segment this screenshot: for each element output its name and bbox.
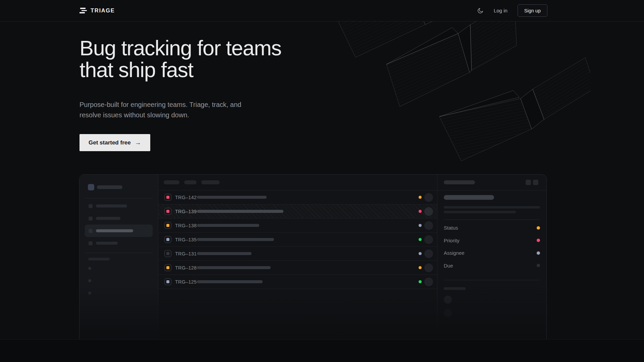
detail-breadcrumb-skeleton (444, 180, 475, 184)
issue-assignee-avatar (424, 193, 433, 202)
issue-checkbox-fill (166, 252, 169, 255)
hero-subtitle: Purpose-built for engineering teams. Tri… (79, 100, 644, 120)
detail-field-row: Due (444, 259, 540, 272)
issue-title-skeleton (197, 280, 263, 283)
sidebar-item-skeleton (96, 229, 133, 232)
issue-status-dot (419, 252, 422, 255)
issue-status-dot (419, 280, 422, 283)
issue-status-dot (419, 196, 422, 199)
detail-action-button-skeleton (533, 180, 538, 185)
theme-toggle-button[interactable] (477, 7, 484, 14)
get-started-button[interactable]: Get started free → (79, 134, 150, 151)
sidebar-item-skeleton (96, 204, 127, 207)
detail-field-row: Status (444, 222, 540, 234)
field-label: Status (444, 225, 458, 231)
issue-checkbox (164, 194, 171, 201)
detail-description-skeleton (444, 206, 540, 208)
filter-pill-skeleton (184, 180, 197, 184)
issue-title-skeleton (197, 196, 267, 199)
issue-row: TRG–131 (158, 247, 437, 261)
issue-title-skeleton (197, 266, 271, 269)
activity-label-skeleton (444, 287, 466, 290)
issue-checkbox-fill (166, 210, 169, 213)
issue-row: TRG–128 (158, 261, 437, 275)
issue-checkbox (164, 264, 171, 271)
brand[interactable]: TRIAGE (79, 7, 115, 14)
issue-checkbox (164, 208, 171, 215)
hero-title: Bug tracking for teamsthat ship fast (79, 37, 644, 81)
sidebar-item (85, 200, 153, 212)
detail-fields: Status Priority Assignee Due (444, 220, 540, 274)
issue-assignee-avatar (424, 221, 433, 230)
field-label: Assignee (444, 250, 465, 256)
brand-name: TRIAGE (91, 7, 115, 14)
issue-assignee-avatar (424, 235, 433, 244)
issue-row: TRG–139 (158, 204, 437, 219)
field-value-dot (537, 264, 540, 267)
login-link[interactable]: Log in (494, 8, 507, 13)
issue-checkbox (164, 250, 171, 257)
issue-checkbox (164, 236, 171, 243)
workspace-name-skeleton (97, 185, 122, 189)
issue-id: TRG–125 (175, 279, 197, 285)
detail-title-skeleton (444, 195, 494, 200)
issue-id: TRG–142 (175, 195, 197, 200)
list-toolbar (158, 175, 437, 190)
app-mockup: TRG–142 TRG–139 TRG–138 TRG–135 TRG–131 (79, 174, 547, 339)
signup-button[interactable]: Sign up (518, 4, 547, 17)
issue-title-skeleton (197, 224, 259, 227)
hero-section: Bug tracking for teamsthat ship fast Pur… (0, 21, 644, 339)
field-value-dot (537, 251, 540, 255)
filter-pill-skeleton (201, 180, 220, 184)
sidebar-item-icon (89, 204, 93, 208)
get-started-label: Get started free (89, 139, 131, 146)
field-value-dot (537, 226, 540, 230)
issue-title-skeleton (197, 252, 252, 255)
issue-status-dot (419, 238, 422, 241)
top-nav: TRIAGE Log in Sign up (0, 0, 644, 21)
nav-actions: Log in Sign up (477, 4, 547, 17)
issue-status-dot (419, 224, 422, 227)
issue-id: TRG–131 (175, 251, 197, 256)
sidebar-section-label-skeleton (88, 258, 110, 260)
sidebar-dot (88, 267, 91, 270)
issue-status-dot (419, 266, 422, 269)
sidebar-item-icon (89, 217, 93, 221)
comment-avatar (444, 309, 452, 317)
sidebar-item (85, 237, 153, 249)
sidebar-item-active (85, 225, 153, 237)
issue-rows: TRG–142 TRG–139 TRG–138 TRG–135 TRG–131 (158, 190, 437, 289)
sidebar-item-icon (89, 241, 93, 245)
sidebar-item-skeleton (96, 242, 118, 245)
issue-assignee-avatar (424, 207, 433, 216)
workspace-switcher (79, 175, 158, 190)
issue-checkbox (164, 222, 171, 229)
sidebar-dot (88, 292, 91, 295)
issue-assignee-avatar (424, 278, 433, 286)
issue-checkbox-fill (166, 266, 169, 269)
issue-checkbox-fill (166, 196, 169, 199)
sidebar-nav (79, 198, 158, 249)
field-label: Priority (444, 238, 460, 243)
detail-body: Status Priority Assignee Due (437, 195, 547, 317)
page: TRIAGE Log in Sign up (0, 0, 644, 362)
field-value-dot (537, 239, 540, 242)
issue-assignee-avatar (424, 249, 433, 258)
detail-divider (444, 280, 540, 280)
issue-row: TRG–135 (158, 233, 437, 247)
arrow-right-icon: → (135, 139, 141, 146)
issue-id: TRG–135 (175, 237, 197, 242)
issue-row: TRG–142 (158, 190, 437, 204)
issue-assignee-avatar (424, 263, 433, 272)
field-label: Due (444, 263, 453, 268)
footer-strip (0, 339, 644, 362)
sidebar-dot (88, 279, 91, 282)
detail-field-row: Assignee (444, 247, 540, 259)
moon-icon (477, 7, 484, 14)
comment-avatar (444, 296, 452, 304)
sidebar-item-icon (89, 229, 93, 233)
issue-checkbox-fill (166, 224, 169, 227)
hero-content: Bug tracking for teamsthat ship fast Pur… (79, 21, 644, 151)
issue-detail-pane: Status Priority Assignee Due (437, 175, 547, 339)
detail-header (437, 175, 547, 190)
